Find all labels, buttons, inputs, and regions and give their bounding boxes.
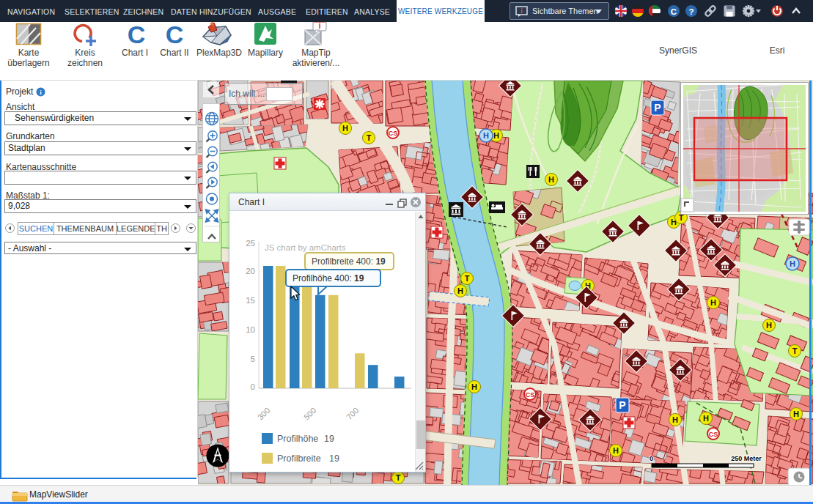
- svg-text:250 Meter: 250 Meter: [731, 455, 762, 462]
- svg-text:H: H: [793, 410, 799, 418]
- svg-text:Profilhöhe 400: 19: Profilhöhe 400: 19: [293, 273, 364, 284]
- svg-text:CS: CS: [526, 391, 535, 399]
- svg-text:CS: CS: [709, 431, 718, 438]
- svg-text:C: C: [671, 7, 677, 16]
- svg-text:C: C: [166, 22, 184, 48]
- svg-text:P: P: [619, 399, 625, 411]
- svg-text:300: 300: [256, 406, 271, 421]
- svg-text:Profilbreite 400: 19: Profilbreite 400: 19: [312, 256, 386, 267]
- svg-text:P: P: [654, 102, 661, 114]
- svg-text:10: 10: [246, 325, 255, 334]
- svg-text:C: C: [128, 22, 146, 48]
- svg-text:CS: CS: [389, 130, 398, 137]
- svg-text:T: T: [367, 133, 372, 142]
- svg-text:15: 15: [246, 296, 255, 305]
- svg-text:Profilhöhe: Profilhöhe: [277, 434, 318, 444]
- svg-text:500: 500: [302, 406, 317, 421]
- svg-text:?: ?: [688, 7, 694, 16]
- svg-text:T: T: [396, 473, 401, 482]
- svg-text:H: H: [457, 286, 463, 295]
- svg-text:H: H: [493, 131, 499, 140]
- svg-text:T: T: [465, 274, 470, 283]
- svg-text:H: H: [703, 414, 709, 423]
- svg-text:H: H: [471, 382, 477, 391]
- svg-text:0: 0: [251, 382, 255, 391]
- svg-text:H: H: [483, 131, 489, 140]
- svg-text:i: i: [318, 22, 320, 30]
- svg-text:20: 20: [246, 267, 255, 275]
- svg-text:H: H: [613, 446, 619, 455]
- svg-text:0: 0: [650, 455, 653, 462]
- svg-text:H: H: [710, 298, 716, 307]
- svg-text:H: H: [672, 415, 678, 424]
- svg-text:H: H: [766, 321, 772, 330]
- svg-text:H: H: [548, 175, 554, 184]
- svg-text:5: 5: [251, 355, 255, 363]
- svg-text:700: 700: [345, 406, 360, 421]
- svg-text:19: 19: [329, 453, 339, 464]
- svg-text:H: H: [342, 124, 348, 133]
- svg-text:JS chart by amCharts: JS chart by amCharts: [265, 243, 346, 252]
- svg-text:H: H: [790, 259, 795, 268]
- svg-text:i: i: [520, 7, 523, 15]
- svg-text:25: 25: [246, 239, 255, 248]
- svg-text:T: T: [792, 346, 798, 355]
- svg-text:Profilbreite: Profilbreite: [277, 453, 321, 464]
- svg-text:19: 19: [324, 434, 334, 444]
